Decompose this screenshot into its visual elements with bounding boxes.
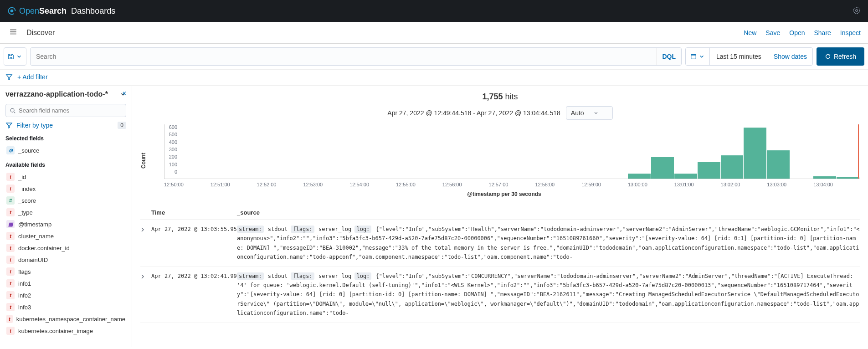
chevron-down-icon bbox=[593, 110, 599, 116]
chevron-down-icon bbox=[699, 53, 705, 60]
field-item[interactable]: tinfo2 bbox=[5, 289, 126, 301]
quick-select-button[interactable] bbox=[686, 48, 710, 65]
action-inspect[interactable]: Inspect bbox=[840, 29, 861, 36]
nav-toggle-icon[interactable] bbox=[7, 26, 19, 39]
index-pattern-select[interactable]: verrazzano-application-todo-* bbox=[5, 90, 126, 98]
field-token-icon: t bbox=[6, 279, 15, 287]
source-key: log: bbox=[354, 226, 371, 233]
app-title: Discover bbox=[26, 29, 55, 37]
interval-select[interactable]: Auto bbox=[566, 106, 613, 120]
field-token-icon: t bbox=[6, 303, 15, 311]
brand-logo[interactable]: OpenSearch Dashboards bbox=[7, 6, 115, 16]
search-input-wrapper: DQL bbox=[30, 47, 682, 66]
add-filter-button[interactable]: + Add filter bbox=[17, 73, 48, 81]
opensearch-logo-icon bbox=[7, 6, 16, 15]
interval-value: Auto bbox=[571, 109, 584, 117]
field-name: _type bbox=[18, 209, 33, 216]
x-tick: 13:02:00 bbox=[721, 182, 767, 187]
x-tick: 12:50:00 bbox=[164, 182, 211, 187]
source-key: flags: bbox=[291, 272, 314, 280]
field-item[interactable]: tkubernetes_namespace_container_name bbox=[5, 313, 126, 325]
search-input[interactable] bbox=[31, 48, 656, 65]
filter-icon bbox=[5, 122, 13, 129]
x-tick: 13:01:00 bbox=[674, 182, 721, 187]
field-name: _index bbox=[18, 185, 36, 192]
histogram-bar[interactable] bbox=[767, 150, 790, 179]
histogram-bar[interactable] bbox=[813, 176, 836, 179]
field-token-icon: ⊘ bbox=[6, 146, 15, 154]
histogram-chart[interactable]: Count 6005004003002001000 12:50:0012:51:… bbox=[140, 124, 860, 197]
available-fields-label: Available fields bbox=[5, 162, 126, 168]
field-item[interactable]: t_type bbox=[5, 206, 126, 218]
header-help-icon[interactable] bbox=[853, 6, 861, 16]
main-area: verrazzano-application-todo-* Filter by … bbox=[0, 86, 868, 347]
field-item[interactable]: tdocker.container_id bbox=[5, 242, 126, 254]
saved-queries-button[interactable] bbox=[4, 47, 26, 66]
field-token-icon: t bbox=[6, 232, 15, 240]
field-name: flags bbox=[18, 268, 31, 275]
show-dates-button[interactable]: Show dates bbox=[768, 48, 812, 65]
action-open[interactable]: Open bbox=[789, 29, 805, 36]
field-token-icon: t bbox=[6, 208, 15, 216]
source-key: stream: bbox=[237, 272, 264, 280]
row-source: stream: stdout flags: server_log log: {"… bbox=[237, 272, 860, 318]
field-item[interactable]: ⊘_source bbox=[5, 144, 126, 156]
calendar-icon bbox=[690, 53, 697, 60]
x-tick: 13:04:00 bbox=[813, 182, 860, 187]
refresh-button[interactable]: Refresh bbox=[817, 47, 864, 66]
field-item[interactable]: ▦@timestamp bbox=[5, 218, 126, 230]
date-picker: Last 15 minutes Show dates bbox=[685, 47, 813, 66]
col-header-time[interactable]: Time bbox=[151, 209, 237, 216]
index-pattern-name: verrazzano-application-todo-* bbox=[5, 90, 108, 98]
field-item[interactable]: tinfo3 bbox=[5, 301, 126, 313]
histogram-bar[interactable] bbox=[674, 174, 697, 179]
field-item[interactable]: tdomainUID bbox=[5, 254, 126, 266]
x-tick: 12:53:00 bbox=[303, 182, 349, 187]
field-item[interactable]: tinfo1 bbox=[5, 277, 126, 289]
field-item[interactable]: #_score bbox=[5, 195, 126, 206]
histogram-bar[interactable] bbox=[837, 177, 859, 179]
histogram-bar[interactable] bbox=[721, 155, 744, 179]
x-tick: 12:54:00 bbox=[349, 182, 396, 187]
row-timestamp: Apr 27, 2022 @ 13:03:55.954 bbox=[151, 225, 237, 234]
brand-search: Search bbox=[39, 6, 67, 15]
x-tick: 12:57:00 bbox=[489, 182, 535, 187]
filter-menu-icon[interactable] bbox=[5, 73, 13, 81]
query-language-toggle[interactable]: DQL bbox=[656, 48, 681, 65]
field-item[interactable]: t_index bbox=[5, 183, 126, 195]
field-item[interactable]: tflags bbox=[5, 266, 126, 277]
field-item[interactable]: t_id bbox=[5, 171, 126, 183]
x-tick: 13:00:00 bbox=[628, 182, 674, 187]
action-save[interactable]: Save bbox=[765, 29, 780, 36]
svg-point-2 bbox=[856, 9, 858, 11]
field-item[interactable]: tkubernetes.container_image bbox=[5, 325, 126, 337]
action-share[interactable]: Share bbox=[814, 29, 831, 36]
global-header: OpenSearch Dashboards bbox=[0, 0, 868, 22]
field-token-icon: t bbox=[6, 173, 15, 181]
time-range-display: Apr 27, 2022 @ 12:49:44.518 - Apr 27, 20… bbox=[387, 109, 560, 117]
histogram-bar[interactable] bbox=[698, 162, 720, 179]
x-axis-label: @timestamp per 30 seconds bbox=[149, 191, 860, 197]
action-new[interactable]: New bbox=[744, 29, 756, 36]
document-table: Time _source Apr 27, 2022 @ 13:03:55.954… bbox=[140, 206, 860, 323]
field-name: docker.container_id bbox=[18, 245, 70, 251]
hits-count: 1,755 bbox=[482, 92, 503, 101]
refresh-label: Refresh bbox=[834, 53, 856, 60]
filter-by-type-button[interactable]: Filter by type 0 bbox=[5, 122, 126, 129]
field-item[interactable]: tcluster_name bbox=[5, 230, 126, 242]
field-name: @timestamp bbox=[18, 221, 51, 228]
col-header-source[interactable]: _source bbox=[237, 209, 860, 216]
field-search-input[interactable] bbox=[19, 107, 122, 114]
histogram-bar[interactable] bbox=[651, 157, 674, 179]
field-token-icon: t bbox=[6, 185, 15, 193]
filter-by-type-label: Filter by type bbox=[16, 122, 53, 129]
collapse-sidebar-icon[interactable] bbox=[122, 90, 128, 98]
expand-row-icon[interactable] bbox=[140, 225, 151, 235]
expand-row-icon[interactable] bbox=[140, 272, 151, 282]
field-name: info2 bbox=[18, 292, 31, 299]
field-name: cluster_name bbox=[18, 233, 54, 240]
time-range-label[interactable]: Last 15 minutes bbox=[710, 48, 768, 65]
x-tick: 12:56:00 bbox=[442, 182, 489, 187]
histogram-bar[interactable] bbox=[744, 128, 766, 179]
histogram-bar[interactable] bbox=[628, 174, 651, 179]
